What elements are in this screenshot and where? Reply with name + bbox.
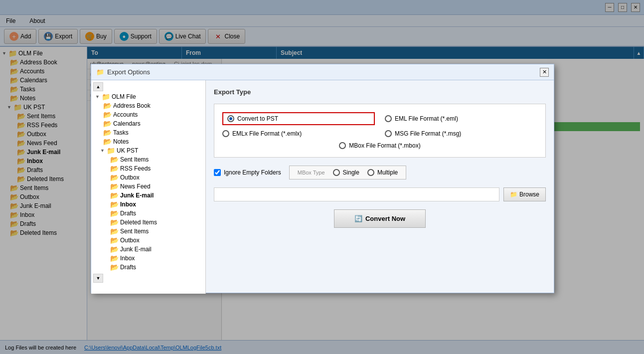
modal-tree-outbox-1[interactable]: 📂 Outbox xyxy=(93,173,203,182)
modal-tree-drafts-2[interactable]: 📂 Drafts xyxy=(93,263,203,272)
folder-icon: 📂 xyxy=(110,209,119,217)
folder-icon: 📂 xyxy=(110,182,119,190)
modal-tree-root[interactable]: ▼ 📁 OLM File xyxy=(93,92,203,101)
folder-icon: 📂 xyxy=(103,129,112,137)
modal-tree: ▲ ▼ 📁 OLM File 📂 Address Book 📂 Accounts… xyxy=(91,80,206,294)
modal-tree-sent-items-1[interactable]: 📂 Sent Items xyxy=(93,155,203,164)
folder-icon: 📁 xyxy=(102,93,110,101)
radio-emlx[interactable]: EMLx File Format (*.emlx) xyxy=(222,130,375,137)
mbox-type-group: MBox Type Single Multiple xyxy=(289,166,407,179)
folder-icon: 📁 xyxy=(107,147,115,155)
modal-tree-sent-items-2[interactable]: 📂 Sent Items xyxy=(93,227,203,236)
radio-circle-multiple xyxy=(367,169,374,176)
folder-icon: 📂 xyxy=(110,200,119,208)
modal-overlay: 📁 Export Options ✕ ▲ ▼ 📁 OLM File 📂 Addr… xyxy=(0,0,644,354)
radio-grid: Convert to PST EML File Format (*.eml) E… xyxy=(214,104,546,158)
radio-circle-single xyxy=(333,169,340,176)
folder-icon: 📂 xyxy=(110,174,119,181)
folder-icon: 📂 xyxy=(110,218,119,226)
modal-tree-item-notes[interactable]: 📂 Notes xyxy=(93,137,203,146)
radio-circle-pst xyxy=(227,115,234,122)
radio-eml[interactable]: EML File Format (*.eml) xyxy=(385,112,537,125)
modal-tree-item-address-book[interactable]: 📂 Address Book xyxy=(93,101,203,110)
folder-icon: 📂 xyxy=(103,111,112,119)
radio-mbox-single[interactable]: Single xyxy=(333,169,359,176)
radio-mbox[interactable]: MBox File Format (*.mbox) xyxy=(222,142,537,149)
modal-close-button[interactable]: ✕ xyxy=(540,68,549,77)
modal-tree-rss[interactable]: 📂 RSS Feeds xyxy=(93,164,203,173)
modal-title-bar: 📁 Export Options ✕ xyxy=(91,64,554,80)
folder-icon: 📂 xyxy=(110,245,119,253)
folder-icon: 📂 xyxy=(110,191,119,199)
export-options-modal: 📁 Export Options ✕ ▲ ▼ 📁 OLM File 📂 Addr… xyxy=(91,64,554,293)
modal-tree-item-tasks[interactable]: 📂 Tasks xyxy=(93,128,203,137)
folder-icon: 📂 xyxy=(110,156,119,164)
radio-convert-pst[interactable]: Convert to PST xyxy=(222,112,375,125)
folder-icon: 📂 xyxy=(103,120,112,128)
convert-now-button[interactable]: 🔄 Convert Now xyxy=(334,209,426,228)
convert-row: 🔄 Convert Now xyxy=(214,209,546,228)
modal-tree-inbox-1[interactable]: 📂 Inbox xyxy=(93,200,203,209)
modal-tree-drafts-1[interactable]: 📂 Drafts xyxy=(93,209,203,218)
expand-icon: ▼ xyxy=(100,148,105,153)
modal-tree-junk-2[interactable]: 📂 Junk E-mail xyxy=(93,245,203,254)
radio-msg[interactable]: MSG File Format (*.msg) xyxy=(385,130,537,137)
folder-icon: 📂 xyxy=(110,165,119,173)
expand-icon: ▼ xyxy=(95,94,100,99)
modal-title: 📁 Export Options xyxy=(96,68,150,76)
radio-circle-eml xyxy=(385,115,392,122)
radio-circle-msg xyxy=(385,130,392,137)
modal-right: Export Type Convert to PST EML File Form… xyxy=(206,80,554,294)
folder-icon: 📂 xyxy=(110,254,119,262)
folder-icon: 📂 xyxy=(110,236,119,244)
ignore-empty-checkbox[interactable] xyxy=(214,169,221,176)
convert-icon: 🔄 xyxy=(354,215,362,222)
path-row: 📁 Browse xyxy=(214,187,546,201)
mbox-type-label: MBox Type xyxy=(298,170,325,176)
ignore-empty-folders-checkbox[interactable]: Ignore Empty Folders xyxy=(214,169,281,176)
folder-icon: 📂 xyxy=(103,102,112,110)
modal-tree-item-accounts[interactable]: 📂 Accounts xyxy=(93,110,203,119)
modal-icon: 📁 xyxy=(96,68,104,76)
folder-icon: 📂 xyxy=(110,263,119,271)
modal-tree-deleted-1[interactable]: 📂 Deleted Items xyxy=(93,218,203,227)
radio-circle-mbox xyxy=(339,142,346,149)
modal-tree-item-calendars[interactable]: 📂 Calendars xyxy=(93,119,203,128)
scroll-up-button[interactable]: ▲ xyxy=(93,82,103,91)
radio-mbox-multiple[interactable]: Multiple xyxy=(367,169,398,176)
folder-icon: 📂 xyxy=(103,138,112,146)
modal-tree-news-feed[interactable]: 📂 News Feed xyxy=(93,182,203,191)
scroll-down-button[interactable]: ▼ xyxy=(93,274,103,283)
modal-tree-junk-1[interactable]: 📂 Junk E-mail xyxy=(93,191,203,200)
modal-tree-item-uk-pst[interactable]: ▼ 📁 UK PST xyxy=(93,146,203,155)
modal-tree-outbox-2[interactable]: 📂 Outbox xyxy=(93,236,203,245)
modal-tree-inbox-2[interactable]: 📂 Inbox xyxy=(93,254,203,263)
browse-button[interactable]: 📁 Browse xyxy=(503,187,546,201)
export-type-label: Export Type xyxy=(214,88,546,96)
folder-icon: 📂 xyxy=(110,227,119,235)
radio-circle-emlx xyxy=(222,130,229,137)
browse-icon: 📁 xyxy=(510,191,517,198)
modal-body: ▲ ▼ 📁 OLM File 📂 Address Book 📂 Accounts… xyxy=(91,80,554,294)
options-row: Ignore Empty Folders MBox Type Single Mu… xyxy=(214,166,546,179)
path-input[interactable] xyxy=(214,187,499,201)
